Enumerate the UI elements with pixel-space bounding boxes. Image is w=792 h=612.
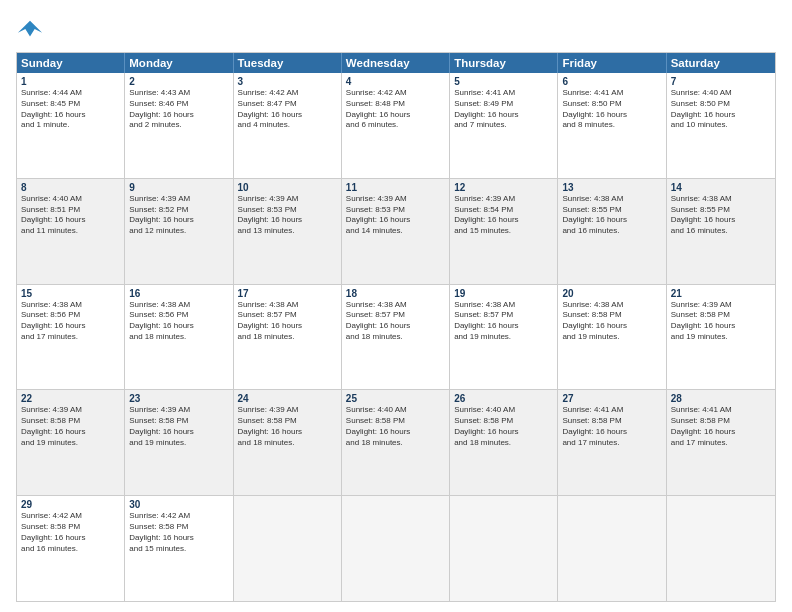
calendar-body: 1Sunrise: 4:44 AMSunset: 8:45 PMDaylight… [17, 73, 775, 601]
day-number: 28 [671, 393, 771, 404]
cell-info: Sunrise: 4:42 AMSunset: 8:58 PMDaylight:… [129, 511, 228, 554]
calendar-header: SundayMondayTuesdayWednesdayThursdayFrid… [17, 53, 775, 73]
page: SundayMondayTuesdayWednesdayThursdayFrid… [0, 0, 792, 612]
cal-cell: 1Sunrise: 4:44 AMSunset: 8:45 PMDaylight… [17, 73, 125, 178]
day-number: 26 [454, 393, 553, 404]
cal-cell: 26Sunrise: 4:40 AMSunset: 8:58 PMDayligh… [450, 390, 558, 495]
day-number: 6 [562, 76, 661, 87]
cal-cell: 28Sunrise: 4:41 AMSunset: 8:58 PMDayligh… [667, 390, 775, 495]
header-day-saturday: Saturday [667, 53, 775, 73]
day-number: 21 [671, 288, 771, 299]
cell-info: Sunrise: 4:39 AMSunset: 8:53 PMDaylight:… [346, 194, 445, 237]
day-number: 3 [238, 76, 337, 87]
cell-info: Sunrise: 4:38 AMSunset: 8:56 PMDaylight:… [129, 300, 228, 343]
logo-icon [16, 16, 44, 44]
cell-info: Sunrise: 4:40 AMSunset: 8:58 PMDaylight:… [454, 405, 553, 448]
cal-cell: 21Sunrise: 4:39 AMSunset: 8:58 PMDayligh… [667, 285, 775, 390]
cell-info: Sunrise: 4:41 AMSunset: 8:49 PMDaylight:… [454, 88, 553, 131]
cell-info: Sunrise: 4:40 AMSunset: 8:50 PMDaylight:… [671, 88, 771, 131]
cal-cell [342, 496, 450, 601]
day-number: 13 [562, 182, 661, 193]
cal-cell [234, 496, 342, 601]
cal-cell: 29Sunrise: 4:42 AMSunset: 8:58 PMDayligh… [17, 496, 125, 601]
cell-info: Sunrise: 4:38 AMSunset: 8:55 PMDaylight:… [562, 194, 661, 237]
cell-info: Sunrise: 4:38 AMSunset: 8:56 PMDaylight:… [21, 300, 120, 343]
day-number: 27 [562, 393, 661, 404]
cal-cell: 18Sunrise: 4:38 AMSunset: 8:57 PMDayligh… [342, 285, 450, 390]
cal-cell: 23Sunrise: 4:39 AMSunset: 8:58 PMDayligh… [125, 390, 233, 495]
day-number: 18 [346, 288, 445, 299]
cal-cell: 19Sunrise: 4:38 AMSunset: 8:57 PMDayligh… [450, 285, 558, 390]
cal-cell: 15Sunrise: 4:38 AMSunset: 8:56 PMDayligh… [17, 285, 125, 390]
cal-cell: 7Sunrise: 4:40 AMSunset: 8:50 PMDaylight… [667, 73, 775, 178]
cal-cell: 25Sunrise: 4:40 AMSunset: 8:58 PMDayligh… [342, 390, 450, 495]
day-number: 30 [129, 499, 228, 510]
day-number: 16 [129, 288, 228, 299]
cal-cell: 17Sunrise: 4:38 AMSunset: 8:57 PMDayligh… [234, 285, 342, 390]
cell-info: Sunrise: 4:43 AMSunset: 8:46 PMDaylight:… [129, 88, 228, 131]
cell-info: Sunrise: 4:38 AMSunset: 8:55 PMDaylight:… [671, 194, 771, 237]
day-number: 4 [346, 76, 445, 87]
cell-info: Sunrise: 4:40 AMSunset: 8:58 PMDaylight:… [346, 405, 445, 448]
cell-info: Sunrise: 4:42 AMSunset: 8:58 PMDaylight:… [21, 511, 120, 554]
calendar-row-3: 22Sunrise: 4:39 AMSunset: 8:58 PMDayligh… [17, 389, 775, 495]
cell-info: Sunrise: 4:41 AMSunset: 8:50 PMDaylight:… [562, 88, 661, 131]
cell-info: Sunrise: 4:41 AMSunset: 8:58 PMDaylight:… [562, 405, 661, 448]
cal-cell: 6Sunrise: 4:41 AMSunset: 8:50 PMDaylight… [558, 73, 666, 178]
cal-cell: 27Sunrise: 4:41 AMSunset: 8:58 PMDayligh… [558, 390, 666, 495]
cal-cell: 9Sunrise: 4:39 AMSunset: 8:52 PMDaylight… [125, 179, 233, 284]
header-day-thursday: Thursday [450, 53, 558, 73]
cell-info: Sunrise: 4:44 AMSunset: 8:45 PMDaylight:… [21, 88, 120, 131]
day-number: 11 [346, 182, 445, 193]
day-number: 22 [21, 393, 120, 404]
calendar-row-2: 15Sunrise: 4:38 AMSunset: 8:56 PMDayligh… [17, 284, 775, 390]
cell-info: Sunrise: 4:39 AMSunset: 8:53 PMDaylight:… [238, 194, 337, 237]
cell-info: Sunrise: 4:38 AMSunset: 8:58 PMDaylight:… [562, 300, 661, 343]
cell-info: Sunrise: 4:38 AMSunset: 8:57 PMDaylight:… [454, 300, 553, 343]
cal-cell: 4Sunrise: 4:42 AMSunset: 8:48 PMDaylight… [342, 73, 450, 178]
calendar-row-1: 8Sunrise: 4:40 AMSunset: 8:51 PMDaylight… [17, 178, 775, 284]
header-day-friday: Friday [558, 53, 666, 73]
cal-cell [558, 496, 666, 601]
cell-info: Sunrise: 4:39 AMSunset: 8:58 PMDaylight:… [129, 405, 228, 448]
cal-cell: 10Sunrise: 4:39 AMSunset: 8:53 PMDayligh… [234, 179, 342, 284]
day-number: 8 [21, 182, 120, 193]
day-number: 5 [454, 76, 553, 87]
cal-cell [450, 496, 558, 601]
cal-cell: 24Sunrise: 4:39 AMSunset: 8:58 PMDayligh… [234, 390, 342, 495]
cal-cell: 16Sunrise: 4:38 AMSunset: 8:56 PMDayligh… [125, 285, 233, 390]
cal-cell: 2Sunrise: 4:43 AMSunset: 8:46 PMDaylight… [125, 73, 233, 178]
cal-cell: 30Sunrise: 4:42 AMSunset: 8:58 PMDayligh… [125, 496, 233, 601]
cal-cell: 22Sunrise: 4:39 AMSunset: 8:58 PMDayligh… [17, 390, 125, 495]
cal-cell: 11Sunrise: 4:39 AMSunset: 8:53 PMDayligh… [342, 179, 450, 284]
day-number: 14 [671, 182, 771, 193]
day-number: 9 [129, 182, 228, 193]
cal-cell: 5Sunrise: 4:41 AMSunset: 8:49 PMDaylight… [450, 73, 558, 178]
cal-cell: 8Sunrise: 4:40 AMSunset: 8:51 PMDaylight… [17, 179, 125, 284]
day-number: 29 [21, 499, 120, 510]
day-number: 10 [238, 182, 337, 193]
header-day-tuesday: Tuesday [234, 53, 342, 73]
cal-cell: 13Sunrise: 4:38 AMSunset: 8:55 PMDayligh… [558, 179, 666, 284]
svg-marker-0 [18, 21, 42, 37]
header-day-sunday: Sunday [17, 53, 125, 73]
cell-info: Sunrise: 4:39 AMSunset: 8:58 PMDaylight:… [238, 405, 337, 448]
day-number: 19 [454, 288, 553, 299]
cal-cell [667, 496, 775, 601]
logo [16, 16, 48, 44]
calendar-row-4: 29Sunrise: 4:42 AMSunset: 8:58 PMDayligh… [17, 495, 775, 601]
day-number: 7 [671, 76, 771, 87]
day-number: 1 [21, 76, 120, 87]
day-number: 23 [129, 393, 228, 404]
cell-info: Sunrise: 4:39 AMSunset: 8:58 PMDaylight:… [21, 405, 120, 448]
cal-cell: 3Sunrise: 4:42 AMSunset: 8:47 PMDaylight… [234, 73, 342, 178]
day-number: 20 [562, 288, 661, 299]
header [16, 16, 776, 44]
day-number: 24 [238, 393, 337, 404]
day-number: 17 [238, 288, 337, 299]
cell-info: Sunrise: 4:39 AMSunset: 8:52 PMDaylight:… [129, 194, 228, 237]
cell-info: Sunrise: 4:40 AMSunset: 8:51 PMDaylight:… [21, 194, 120, 237]
calendar-row-0: 1Sunrise: 4:44 AMSunset: 8:45 PMDaylight… [17, 73, 775, 178]
cell-info: Sunrise: 4:39 AMSunset: 8:54 PMDaylight:… [454, 194, 553, 237]
day-number: 2 [129, 76, 228, 87]
